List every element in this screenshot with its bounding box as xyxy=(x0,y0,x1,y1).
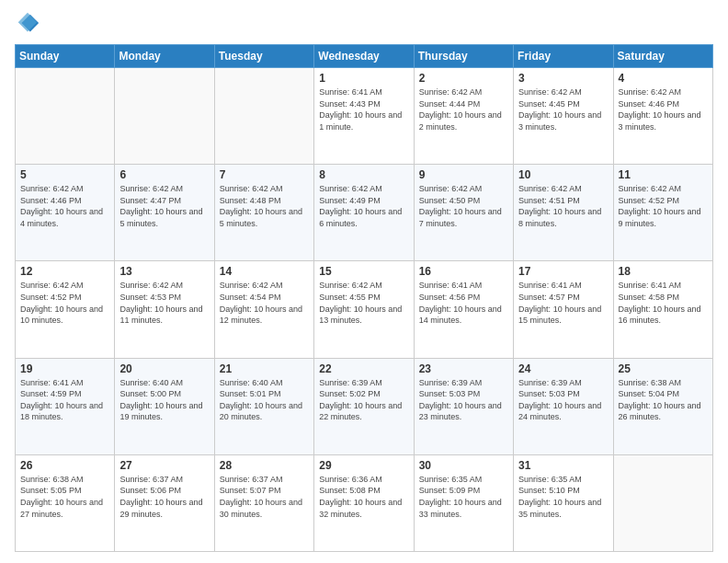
weekday-header-saturday: Saturday xyxy=(613,45,712,68)
calendar-cell xyxy=(115,68,214,165)
calendar-cell: 20Sunrise: 6:40 AM Sunset: 5:00 PM Dayli… xyxy=(115,358,214,454)
day-info: Sunrise: 6:40 AM Sunset: 5:00 PM Dayligh… xyxy=(119,377,209,423)
calendar-week-2: 5Sunrise: 6:42 AM Sunset: 4:46 PM Daylig… xyxy=(16,165,713,261)
calendar-cell: 22Sunrise: 6:39 AM Sunset: 5:02 PM Dayli… xyxy=(314,358,414,454)
calendar-cell: 10Sunrise: 6:42 AM Sunset: 4:51 PM Dayli… xyxy=(514,165,613,261)
calendar-cell: 9Sunrise: 6:42 AM Sunset: 4:50 PM Daylig… xyxy=(414,165,513,261)
day-info: Sunrise: 6:42 AM Sunset: 4:54 PM Dayligh… xyxy=(220,280,309,326)
calendar-table: SundayMondayTuesdayWednesdayThursdayFrid… xyxy=(15,44,713,552)
day-info: Sunrise: 6:41 AM Sunset: 4:58 PM Dayligh… xyxy=(619,280,708,326)
day-number: 15 xyxy=(319,265,408,278)
calendar-cell xyxy=(613,454,712,551)
day-info: Sunrise: 6:42 AM Sunset: 4:53 PM Dayligh… xyxy=(119,280,209,326)
day-info: Sunrise: 6:39 AM Sunset: 5:03 PM Dayligh… xyxy=(419,377,508,423)
calendar-cell: 13Sunrise: 6:42 AM Sunset: 4:53 PM Dayli… xyxy=(115,261,214,358)
day-number: 30 xyxy=(419,459,508,472)
day-number: 10 xyxy=(518,168,608,181)
day-number: 25 xyxy=(619,362,708,375)
day-number: 29 xyxy=(319,459,408,472)
day-number: 3 xyxy=(518,72,608,85)
day-number: 24 xyxy=(518,362,608,375)
day-number: 17 xyxy=(518,265,608,278)
calendar-cell: 21Sunrise: 6:40 AM Sunset: 5:01 PM Dayli… xyxy=(214,358,313,454)
calendar-cell xyxy=(16,68,115,165)
day-info: Sunrise: 6:39 AM Sunset: 5:02 PM Dayligh… xyxy=(319,377,408,423)
weekday-header-thursday: Thursday xyxy=(414,45,513,68)
day-number: 6 xyxy=(119,168,209,181)
day-info: Sunrise: 6:42 AM Sunset: 4:52 PM Dayligh… xyxy=(619,183,708,229)
day-info: Sunrise: 6:38 AM Sunset: 5:04 PM Dayligh… xyxy=(619,377,708,423)
day-info: Sunrise: 6:42 AM Sunset: 4:46 PM Dayligh… xyxy=(619,86,708,132)
day-info: Sunrise: 6:41 AM Sunset: 4:57 PM Dayligh… xyxy=(518,280,608,326)
svg-marker-1 xyxy=(18,13,38,32)
day-info: Sunrise: 6:36 AM Sunset: 5:08 PM Dayligh… xyxy=(319,474,408,520)
day-number: 20 xyxy=(119,362,209,375)
weekday-header-tuesday: Tuesday xyxy=(214,45,313,68)
day-info: Sunrise: 6:41 AM Sunset: 4:56 PM Dayligh… xyxy=(419,280,508,326)
calendar-cell: 1Sunrise: 6:41 AM Sunset: 4:43 PM Daylig… xyxy=(314,68,414,165)
day-info: Sunrise: 6:35 AM Sunset: 5:10 PM Dayligh… xyxy=(518,474,608,520)
calendar-cell: 29Sunrise: 6:36 AM Sunset: 5:08 PM Dayli… xyxy=(314,454,414,551)
day-number: 18 xyxy=(619,265,708,278)
day-number: 22 xyxy=(319,362,408,375)
day-number: 8 xyxy=(319,168,408,181)
header xyxy=(15,11,713,37)
day-number: 11 xyxy=(619,168,708,181)
day-info: Sunrise: 6:37 AM Sunset: 5:06 PM Dayligh… xyxy=(119,474,209,520)
day-number: 28 xyxy=(220,459,309,472)
calendar-cell: 25Sunrise: 6:38 AM Sunset: 5:04 PM Dayli… xyxy=(613,358,712,454)
calendar-cell: 5Sunrise: 6:42 AM Sunset: 4:46 PM Daylig… xyxy=(16,165,115,261)
calendar-cell: 3Sunrise: 6:42 AM Sunset: 4:45 PM Daylig… xyxy=(514,68,613,165)
calendar-cell: 26Sunrise: 6:38 AM Sunset: 5:05 PM Dayli… xyxy=(16,454,115,551)
calendar-cell: 23Sunrise: 6:39 AM Sunset: 5:03 PM Dayli… xyxy=(414,358,513,454)
calendar-week-1: 1Sunrise: 6:41 AM Sunset: 4:43 PM Daylig… xyxy=(16,68,713,165)
calendar-cell: 16Sunrise: 6:41 AM Sunset: 4:56 PM Dayli… xyxy=(414,261,513,358)
day-info: Sunrise: 6:40 AM Sunset: 5:01 PM Dayligh… xyxy=(220,377,309,423)
calendar-cell: 30Sunrise: 6:35 AM Sunset: 5:09 PM Dayli… xyxy=(414,454,513,551)
weekday-header-row: SundayMondayTuesdayWednesdayThursdayFrid… xyxy=(16,45,713,68)
logo-icon xyxy=(15,11,40,37)
day-info: Sunrise: 6:41 AM Sunset: 4:59 PM Dayligh… xyxy=(20,377,109,423)
calendar-cell: 28Sunrise: 6:37 AM Sunset: 5:07 PM Dayli… xyxy=(214,454,313,551)
weekday-header-wednesday: Wednesday xyxy=(314,45,414,68)
day-number: 9 xyxy=(419,168,508,181)
calendar-cell: 8Sunrise: 6:42 AM Sunset: 4:49 PM Daylig… xyxy=(314,165,414,261)
day-number: 1 xyxy=(319,72,408,85)
calendar-cell: 27Sunrise: 6:37 AM Sunset: 5:06 PM Dayli… xyxy=(115,454,214,551)
day-info: Sunrise: 6:35 AM Sunset: 5:09 PM Dayligh… xyxy=(419,474,508,520)
day-number: 4 xyxy=(619,72,708,85)
day-number: 16 xyxy=(419,265,508,278)
day-info: Sunrise: 6:42 AM Sunset: 4:47 PM Dayligh… xyxy=(119,183,209,229)
day-info: Sunrise: 6:42 AM Sunset: 4:48 PM Dayligh… xyxy=(220,183,309,229)
day-number: 13 xyxy=(119,265,209,278)
calendar-week-5: 26Sunrise: 6:38 AM Sunset: 5:05 PM Dayli… xyxy=(16,454,713,551)
day-number: 26 xyxy=(20,459,109,472)
calendar-cell: 11Sunrise: 6:42 AM Sunset: 4:52 PM Dayli… xyxy=(613,165,712,261)
day-info: Sunrise: 6:42 AM Sunset: 4:55 PM Dayligh… xyxy=(319,280,408,326)
calendar-cell: 17Sunrise: 6:41 AM Sunset: 4:57 PM Dayli… xyxy=(514,261,613,358)
day-info: Sunrise: 6:42 AM Sunset: 4:50 PM Dayligh… xyxy=(419,183,508,229)
calendar-cell: 7Sunrise: 6:42 AM Sunset: 4:48 PM Daylig… xyxy=(214,165,313,261)
day-number: 2 xyxy=(419,72,508,85)
day-info: Sunrise: 6:38 AM Sunset: 5:05 PM Dayligh… xyxy=(20,474,109,520)
calendar-cell: 18Sunrise: 6:41 AM Sunset: 4:58 PM Dayli… xyxy=(613,261,712,358)
calendar-cell: 19Sunrise: 6:41 AM Sunset: 4:59 PM Dayli… xyxy=(16,358,115,454)
day-info: Sunrise: 6:37 AM Sunset: 5:07 PM Dayligh… xyxy=(220,474,309,520)
day-number: 23 xyxy=(419,362,508,375)
day-info: Sunrise: 6:41 AM Sunset: 4:43 PM Dayligh… xyxy=(319,86,408,132)
calendar-cell: 24Sunrise: 6:39 AM Sunset: 5:03 PM Dayli… xyxy=(514,358,613,454)
day-info: Sunrise: 6:42 AM Sunset: 4:44 PM Dayligh… xyxy=(419,86,508,132)
logo xyxy=(15,11,44,37)
day-number: 19 xyxy=(20,362,109,375)
calendar-cell: 31Sunrise: 6:35 AM Sunset: 5:10 PM Dayli… xyxy=(514,454,613,551)
calendar-cell: 14Sunrise: 6:42 AM Sunset: 4:54 PM Dayli… xyxy=(214,261,313,358)
weekday-header-sunday: Sunday xyxy=(16,45,115,68)
day-number: 31 xyxy=(518,459,608,472)
day-number: 27 xyxy=(119,459,209,472)
day-info: Sunrise: 6:42 AM Sunset: 4:45 PM Dayligh… xyxy=(518,86,608,132)
day-number: 21 xyxy=(220,362,309,375)
day-info: Sunrise: 6:42 AM Sunset: 4:46 PM Dayligh… xyxy=(20,183,109,229)
day-number: 7 xyxy=(220,168,309,181)
day-info: Sunrise: 6:39 AM Sunset: 5:03 PM Dayligh… xyxy=(518,377,608,423)
calendar-cell: 6Sunrise: 6:42 AM Sunset: 4:47 PM Daylig… xyxy=(115,165,214,261)
